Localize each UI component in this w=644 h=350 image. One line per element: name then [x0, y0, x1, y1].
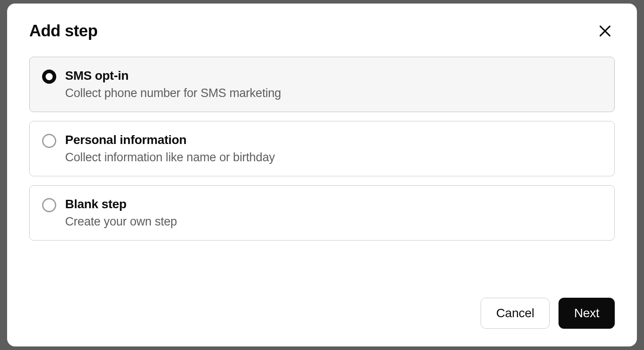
option-desc: Collect information like name or birthda…: [65, 151, 275, 164]
option-desc: Create your own step: [65, 215, 177, 229]
step-options: SMS opt-in Collect phone number for SMS …: [29, 57, 615, 241]
option-text: SMS opt-in Collect phone number for SMS …: [65, 69, 281, 100]
modal-header: Add step: [29, 21, 615, 41]
next-button[interactable]: Next: [559, 298, 615, 329]
option-desc: Collect phone number for SMS marketing: [65, 86, 281, 100]
option-personal-information[interactable]: Personal information Collect information…: [29, 121, 615, 176]
cancel-button[interactable]: Cancel: [481, 298, 550, 329]
radio-personal-information[interactable]: [42, 134, 56, 148]
option-text: Personal information Collect information…: [65, 133, 275, 164]
option-sms-opt-in[interactable]: SMS opt-in Collect phone number for SMS …: [29, 57, 615, 112]
option-title: Personal information: [65, 133, 275, 147]
option-blank-step[interactable]: Blank step Create your own step: [29, 185, 615, 241]
close-button[interactable]: [595, 21, 615, 41]
option-title: SMS opt-in: [65, 69, 281, 83]
modal-footer: Cancel Next: [29, 284, 615, 329]
modal-title: Add step: [29, 22, 97, 40]
option-text: Blank step Create your own step: [65, 197, 177, 229]
option-title: Blank step: [65, 197, 177, 211]
radio-blank-step[interactable]: [42, 198, 56, 212]
close-icon: [598, 24, 612, 38]
radio-sms-opt-in[interactable]: [42, 70, 56, 84]
add-step-modal: Add step SMS opt-in Collect phone number…: [7, 4, 637, 346]
